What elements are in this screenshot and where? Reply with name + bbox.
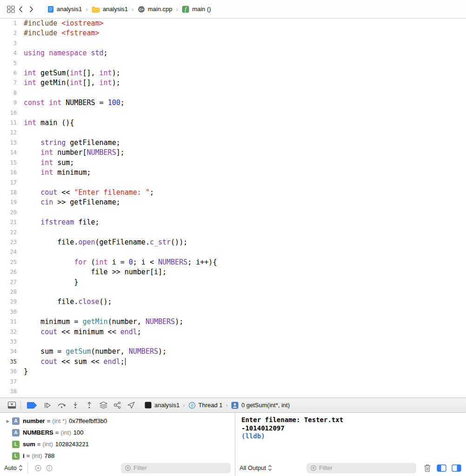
code-line[interactable]: 4using namespace std;: [0, 48, 466, 58]
code-line[interactable]: 2#include <fstream>: [0, 28, 466, 38]
code-line[interactable]: 38: [0, 387, 466, 397]
console-scope-popup[interactable]: All Output: [240, 464, 272, 471]
step-out-button[interactable]: [82, 399, 96, 411]
line-number[interactable]: 29: [0, 297, 17, 307]
code-line[interactable]: 27 }: [0, 278, 466, 287]
code-line[interactable]: 16 int minimum;: [0, 168, 466, 178]
console-filter-field[interactable]: Filter: [306, 463, 416, 473]
line-number[interactable]: 30: [0, 307, 17, 317]
line-number[interactable]: 38: [0, 387, 17, 397]
line-number[interactable]: 28: [0, 287, 17, 297]
code-line[interactable]: 5: [0, 59, 466, 68]
line-number[interactable]: 23: [0, 238, 17, 247]
code-line[interactable]: 19 cin >> getFilename;: [0, 198, 466, 207]
line-number[interactable]: 36: [0, 367, 17, 377]
continue-button[interactable]: [40, 399, 54, 411]
code-line[interactable]: 3: [0, 39, 466, 48]
code-line[interactable]: 1#include <iostream>: [0, 19, 466, 28]
line-number[interactable]: 15: [0, 158, 17, 168]
line-number[interactable]: 10: [0, 108, 17, 118]
scope-filter-button[interactable]: [33, 463, 44, 474]
back-button[interactable]: [16, 4, 26, 15]
code-line[interactable]: 6int getSum(int[], int);: [0, 68, 466, 78]
code-line[interactable]: 34 sum = getSum(number, NUMBERS);: [0, 347, 466, 357]
line-number[interactable]: 8: [0, 88, 17, 98]
step-over-button[interactable]: [54, 399, 68, 411]
code-line[interactable]: 8: [0, 88, 466, 98]
code-line[interactable]: 7int getMin(int[], int);: [0, 78, 466, 88]
info-button[interactable]: [44, 463, 55, 474]
line-number[interactable]: 6: [0, 68, 17, 78]
simulate-location-button[interactable]: [124, 399, 138, 411]
code-line[interactable]: 35 cout << sum << endl;: [0, 357, 466, 367]
breadcrumb-item-group[interactable]: analysis1: [91, 6, 129, 13]
line-number[interactable]: 37: [0, 377, 17, 387]
line-number[interactable]: 35: [0, 357, 17, 367]
line-number[interactable]: 34: [0, 347, 17, 357]
line-number[interactable]: 22: [0, 228, 17, 238]
line-number[interactable]: 27: [0, 278, 17, 287]
code-line[interactable]: 31 minimum = getMin(number, NUMBERS);: [0, 317, 466, 327]
line-number[interactable]: 33: [0, 337, 17, 347]
line-number[interactable]: 26: [0, 267, 17, 277]
line-number[interactable]: 31: [0, 317, 17, 327]
code-line[interactable]: 11int main (){: [0, 118, 466, 128]
code-line[interactable]: 13 string getFilename;: [0, 138, 466, 148]
debug-view-hierarchy-button[interactable]: [96, 399, 110, 411]
code-line[interactable]: 23 file.open(getFilename.c_str());: [0, 238, 466, 247]
line-number[interactable]: 18: [0, 188, 17, 198]
toggle-console-view-button[interactable]: [451, 462, 462, 474]
hide-debug-area-button[interactable]: [5, 399, 19, 411]
code-line[interactable]: 36}: [0, 367, 466, 377]
line-number[interactable]: 11: [0, 118, 17, 128]
memory-graph-button[interactable]: [110, 399, 124, 411]
code-line[interactable]: 21 ifstream file;: [0, 218, 466, 227]
line-number[interactable]: 14: [0, 148, 17, 158]
step-into-button[interactable]: [68, 399, 82, 411]
variable-row[interactable]: ▶Anumber=(int *)0x7ffeefbff3b0: [0, 415, 235, 427]
code-line[interactable]: 10: [0, 108, 466, 118]
line-number[interactable]: 17: [0, 178, 17, 188]
line-number[interactable]: 25: [0, 258, 17, 267]
console-view[interactable]: Enter filename: Tester.txt-1014012097(ll…: [235, 413, 466, 476]
line-number[interactable]: 5: [0, 59, 17, 68]
source-editor[interactable]: 1#include <iostream>2#include <fstream>3…: [0, 19, 466, 397]
variable-row[interactable]: Lsum=(int)1028243221: [0, 438, 235, 450]
code-line[interactable]: 9const int NUMBERS = 100;: [0, 98, 466, 108]
line-number[interactable]: 20: [0, 208, 17, 218]
breadcrumb-item-project[interactable]: analysis1: [47, 6, 83, 13]
line-number[interactable]: 7: [0, 78, 17, 88]
variables-filter-field[interactable]: Filter: [121, 463, 231, 473]
breakpoints-toggle-button[interactable]: [23, 399, 40, 411]
line-number[interactable]: 2: [0, 28, 17, 38]
code-line[interactable]: 22: [0, 228, 466, 238]
breadcrumb-item-scope[interactable]: f main (): [181, 6, 212, 13]
debug-breadcrumb-thread[interactable]: Thread 1: [188, 402, 223, 409]
toggle-variables-view-button[interactable]: [436, 462, 447, 474]
clear-console-button[interactable]: [421, 462, 434, 474]
line-number[interactable]: 24: [0, 247, 17, 257]
forward-button[interactable]: [26, 4, 36, 15]
debug-breadcrumb-process[interactable]: analysis1: [145, 402, 180, 409]
variables-view[interactable]: ▶Anumber=(int *)0x7ffeefbff3b0ANUMBERS=(…: [0, 413, 235, 476]
line-number[interactable]: 3: [0, 39, 17, 48]
code-line[interactable]: 17: [0, 178, 466, 188]
code-line[interactable]: 24: [0, 247, 466, 257]
code-line[interactable]: 25 for (int i = 0; i < NUMBERS; i++){: [0, 258, 466, 267]
variable-row[interactable]: ANUMBERS=(int)100: [0, 427, 235, 438]
line-number[interactable]: 19: [0, 198, 17, 207]
breadcrumb-item-file[interactable]: C+ main.cpp: [137, 6, 173, 13]
code-line[interactable]: 18 cout << "Enter filename: ";: [0, 188, 466, 198]
debug-breadcrumb-frame[interactable]: 0 getSum(int*, int): [231, 402, 290, 409]
line-number[interactable]: 32: [0, 327, 17, 337]
code-line[interactable]: 26 file >> number[i];: [0, 267, 466, 277]
code-line[interactable]: 28: [0, 287, 466, 297]
code-line[interactable]: 15 int sum;: [0, 158, 466, 168]
line-number[interactable]: 12: [0, 128, 17, 138]
code-line[interactable]: 37: [0, 377, 466, 387]
line-number[interactable]: 13: [0, 138, 17, 148]
line-number[interactable]: 21: [0, 218, 17, 227]
code-line[interactable]: 14 int number[NUMBERS];: [0, 148, 466, 158]
disclosure-triangle[interactable]: ▶: [4, 419, 12, 423]
related-items-button[interactable]: [6, 4, 16, 15]
